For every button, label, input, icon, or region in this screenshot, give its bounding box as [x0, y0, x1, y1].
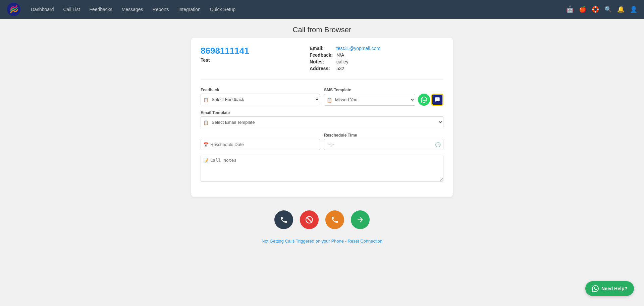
whatsapp-send-button[interactable] [418, 94, 430, 106]
email-row: Email: test31@yopmail.com [310, 46, 443, 51]
nav-icons: 🤖 🍎 🛟 🔍 🔔 👤 [566, 6, 637, 13]
sms-select[interactable]: Missed You [324, 94, 415, 106]
email-value: test31@yopmail.com [336, 46, 380, 51]
hold-button[interactable] [325, 210, 344, 229]
feedback-label: Feedback [201, 88, 320, 92]
email-label: Email: [310, 46, 336, 51]
nav-links: Dashboard Call List Feedbacks Messages R… [27, 5, 564, 14]
action-buttons [0, 204, 644, 235]
decline-button[interactable] [300, 210, 319, 229]
feedback-row: Feedback: N/A [310, 52, 443, 58]
address-value: 532 [336, 66, 344, 71]
feedback-sms-row: Feedback Select Feedback SMS Template Mi… [201, 88, 443, 106]
nav-quick-setup[interactable]: Quick Setup [206, 5, 239, 14]
notes-row: Notes: calley [310, 59, 443, 64]
nav-feedbacks[interactable]: Feedbacks [85, 5, 116, 14]
reschedule-time-label: Reschedule Time [324, 133, 443, 138]
nav-call-list[interactable]: Call List [59, 5, 84, 14]
call-button[interactable] [274, 210, 293, 229]
android-icon[interactable]: 🤖 [566, 6, 574, 13]
email-template-select-wrapper: Select Email Template [201, 116, 443, 128]
app-logo [7, 2, 21, 16]
sms-row: Missed You [324, 94, 443, 106]
contact-right: Email: test31@yopmail.com Feedback: N/A … [310, 46, 443, 72]
call-notes-row [201, 155, 443, 183]
feedback-select[interactable]: Select Feedback [201, 94, 320, 105]
reschedule-time-input[interactable] [324, 139, 443, 150]
sms-label: SMS Template [324, 88, 443, 92]
reschedule-time-group: Reschedule Time [324, 133, 443, 150]
help-icon[interactable]: 🛟 [592, 6, 599, 13]
feedback-select-wrapper: Select Feedback [201, 94, 320, 105]
sms-template-group: SMS Template Missed You [324, 88, 443, 106]
notes-label: Notes: [310, 59, 336, 64]
sms-send-button[interactable] [431, 94, 443, 106]
svg-line-2 [307, 217, 312, 222]
forward-button[interactable] [351, 210, 370, 229]
nav-dashboard[interactable]: Dashboard [27, 5, 58, 14]
email-template-label: Email Template [201, 110, 443, 115]
navbar: Dashboard Call List Feedbacks Messages R… [0, 0, 644, 19]
reschedule-date-input[interactable] [201, 139, 320, 150]
notification-icon[interactable]: 🔔 [617, 6, 625, 13]
reschedule-date-wrap [201, 139, 320, 150]
feedback-info-label: Feedback: [310, 52, 336, 58]
reschedule-date-group: Date [201, 133, 320, 150]
address-row: Address: 532 [310, 66, 443, 71]
call-notes-wrap [201, 155, 443, 183]
contact-section: 8698111141 Test Email: test31@yopmail.co… [201, 46, 443, 80]
need-help-label: Need Help? [601, 286, 627, 291]
sms-action-btns [418, 94, 443, 106]
address-label: Address: [310, 66, 336, 71]
search-icon[interactable]: 🔍 [604, 6, 612, 13]
page-title: Call from Browser [0, 19, 644, 38]
nav-reports[interactable]: Reports [149, 5, 173, 14]
main-card: 8698111141 Test Email: test31@yopmail.co… [191, 38, 453, 197]
email-template-select[interactable]: Select Email Template [201, 116, 443, 128]
contact-left: 8698111141 Test [201, 46, 296, 72]
notes-value: calley [336, 59, 348, 64]
reschedule-row: Date Reschedule Time [201, 133, 443, 150]
contact-name: Test [201, 57, 296, 63]
apple-icon[interactable]: 🍎 [579, 6, 586, 13]
sms-select-wrap: Missed You [324, 94, 415, 106]
feedback-info-value: N/A [336, 52, 344, 58]
email-template-row: Email Template Select Email Template [201, 110, 443, 128]
bottom-link[interactable]: Not Getting Calls Triggered on your Phon… [0, 235, 644, 248]
feedback-group: Feedback Select Feedback [201, 88, 320, 106]
nav-messages[interactable]: Messages [118, 5, 147, 14]
user-icon[interactable]: 👤 [630, 6, 637, 13]
call-notes-textarea[interactable] [201, 155, 443, 182]
email-template-group: Email Template Select Email Template [201, 110, 443, 128]
need-help-button[interactable]: Need Help? [585, 281, 634, 296]
reschedule-time-wrap [324, 139, 443, 150]
call-notes-group [201, 155, 443, 183]
nav-integration[interactable]: Integration [174, 5, 205, 14]
contact-phone: 8698111141 [201, 46, 296, 56]
